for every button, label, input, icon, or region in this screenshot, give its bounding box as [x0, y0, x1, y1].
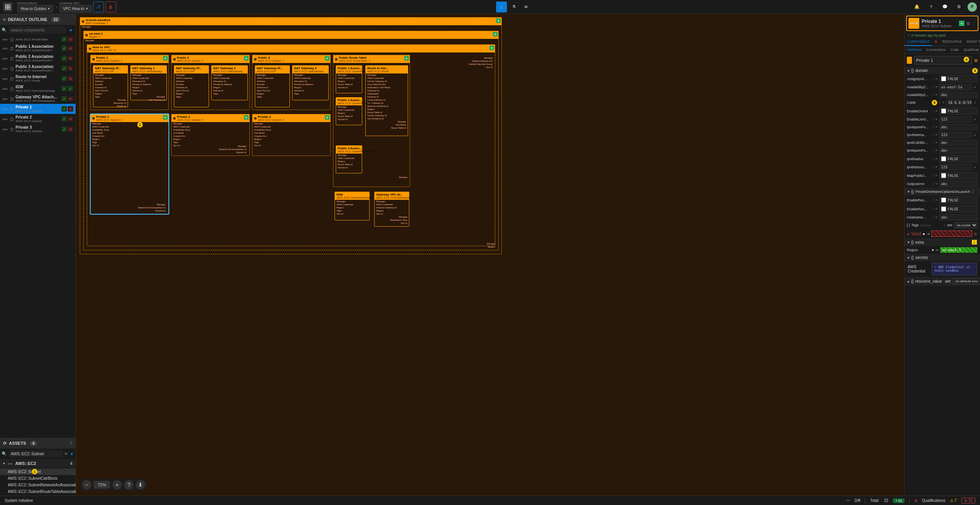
- assets-header[interactable]: ⟳ ASSETS 4 ?: [0, 438, 75, 449]
- outline-item[interactable]: aws◫AWS::EC2::RouteTable✓✕: [0, 35, 75, 43]
- edit-icon[interactable]: 𝙸: [932, 77, 934, 81]
- edit-icon[interactable]: 𝙸: [932, 149, 934, 152]
- canvas[interactable]: ⊞ si-tools-sandboxAWS Credential: 1 + Ma…: [76, 14, 904, 496]
- node-gwattach[interactable]: Gateway VPC At...AWS::EC2::VPCGatewayAtt…: [375, 192, 409, 200]
- merge-icon[interactable]: ⎇: [93, 2, 104, 12]
- outline-item[interactable]: aws◫Public 2 AssociationAWS::EC2::Subnet…: [0, 53, 75, 63]
- edit-icon[interactable]: 𝙸: [932, 125, 934, 129]
- edit-icon[interactable]: 𝙸: [932, 182, 934, 186]
- edit-icon[interactable]: 𝙸: [932, 141, 934, 145]
- view-icon[interactable]: 👁: [521, 2, 532, 12]
- subtab-attributes[interactable]: Attributes: [905, 46, 924, 53]
- asset-item[interactable]: AWS::EC2::SubnetRouteTableAssociation: [0, 488, 75, 495]
- attr-value[interactable]: FALSE: [939, 75, 978, 82]
- diff-icon[interactable]: 〰: [846, 498, 850, 503]
- subtab-qualifications[interactable]: Qualificati: [961, 46, 980, 53]
- outline-item[interactable]: aws◫Private 2AWS::EC2::Subnet✓✕: [0, 114, 75, 124]
- tab-mgmtfns[interactable]: MGMT FNS: [964, 38, 980, 46]
- section-extra[interactable]: ▾ {} extra 𝙸: [905, 238, 980, 246]
- asset-item[interactable]: AWS::EC2::SubnetNetworkAclAssociation: [0, 482, 75, 488]
- asset-item[interactable]: AWS::EC2::Subnet: [0, 468, 75, 475]
- node-p1assoc[interactable]: Public 1 Assoc...AWS::EC2::SubnetRouteTa…: [336, 66, 362, 73]
- add-icon[interactable]: +: [325, 56, 330, 61]
- resource-via-select[interactable]: via attribute func: [953, 278, 980, 284]
- tab-resource[interactable]: RESOURCE: [940, 38, 964, 46]
- changeset-dropdown[interactable]: VPC How-to▾: [60, 5, 91, 12]
- add-icon[interactable]: +: [496, 18, 501, 23]
- add-icon[interactable]: +: [489, 45, 494, 50]
- edit-icon[interactable]: 𝙸: [932, 207, 934, 211]
- attr-value[interactable]: FALSE: [939, 196, 978, 204]
- edit-icon[interactable]: 𝙸: [932, 117, 934, 121]
- attr-value[interactable]: FALSE: [939, 205, 978, 213]
- edit-icon[interactable]: 𝙸: [932, 85, 934, 89]
- outline-item[interactable]: aws◫Private 3AWS::EC2::Subnet✓✕: [0, 124, 75, 134]
- aws-credential-value[interactable]: ~ AWS Credential si-tools-sandbox: [932, 263, 977, 275]
- node-p2assoc[interactable]: Public 2 Assoc...AWS::EC2::SubnetRouteTa…: [336, 98, 362, 105]
- zoom-help-icon[interactable]: ?: [124, 480, 133, 489]
- zoom-out-button[interactable]: −: [82, 480, 91, 489]
- add-icon[interactable]: +: [404, 56, 409, 61]
- checkbox[interactable]: [941, 206, 946, 211]
- delete-changeset-icon[interactable]: 🗑: [105, 2, 116, 12]
- qual-cancel-icon[interactable]: ⊗: [914, 498, 917, 503]
- clear-search-icon[interactable]: ✕: [64, 451, 68, 457]
- attr-value[interactable]: FALSE: [939, 155, 978, 163]
- attr-value[interactable]: abc: [939, 147, 978, 154]
- outline-item[interactable]: aws◫Public 1 AssociationAWS::EC2::Subnet…: [0, 43, 75, 53]
- edit-icon[interactable]: 𝙸: [932, 109, 934, 113]
- node-private2[interactable]: ⊞Private 2AWS::EC2::Subnet: 0: [172, 114, 249, 122]
- asset-item[interactable]: AWS::EC2::SubnetCidrBlock: [0, 475, 75, 482]
- asset-category-header[interactable]: ▾ aws AWS::EC2 4: [0, 459, 75, 468]
- attr-value[interactable]: 123: [939, 132, 972, 138]
- node-public3[interactable]: ⊞Public 3AWS::EC2::Subnet: 2: [252, 55, 330, 63]
- checkbox[interactable]: [941, 173, 946, 178]
- settings-icon[interactable]: ⚙: [954, 2, 964, 12]
- help-icon[interactable]: ?: [926, 2, 936, 12]
- node-natip1[interactable]: NAT Gateway IP...AWS::EC2::EIP: [93, 66, 128, 73]
- add-icon[interactable]: +: [959, 21, 964, 26]
- attr-value[interactable]: abc: [939, 140, 978, 146]
- node-natip2[interactable]: NAT Gateway IP...AWS::EC2::EIP: [174, 66, 209, 73]
- outline-item[interactable]: aws◫Private 1AWS::EC2::Subnet✓✕: [0, 104, 75, 114]
- download-icon[interactable]: ⬇: [136, 480, 145, 489]
- node-public1[interactable]: ⊞Public 1AWS::EC2::Subnet: 2: [91, 55, 168, 63]
- outline-item[interactable]: aws◫IGWAWS::EC2::InternetGateway✓✓: [0, 84, 75, 94]
- attr-value[interactable]: 10.0.0.0/19: [946, 100, 972, 106]
- attr-value[interactable]: us-east-1a: [939, 84, 972, 90]
- node-nat3[interactable]: NAT Gateway 3AWS::EC2::NatGateway: [293, 66, 328, 73]
- attr-value[interactable]: abc: [939, 124, 978, 130]
- attr-value[interactable]: abc: [939, 214, 978, 220]
- diff-button[interactable]: Diff: [855, 498, 861, 503]
- node-private3[interactable]: ⊞Private 3AWS::EC2::Subnet: 0: [252, 114, 330, 122]
- outline-header[interactable]: ≡ DEFAULT OUTLINE 22: [0, 14, 75, 25]
- node-private1[interactable]: ⊞Private 1AWS::EC2::Subnet: 0: [91, 114, 168, 122]
- node-nat1[interactable]: NAT Gateway 1AWS::EC2::NatGateway: [131, 66, 167, 73]
- qualifications-button[interactable]: Qualifications: [922, 498, 945, 503]
- app-logo[interactable]: [3, 2, 12, 12]
- tab-close-icon[interactable]: ⊗: [932, 38, 940, 46]
- zoom-in-button[interactable]: +: [112, 480, 122, 489]
- checkbox[interactable]: [941, 156, 946, 161]
- section-secrets[interactable]: ▾ {} secrets: [905, 254, 980, 261]
- canvas-area[interactable]: ⊞ si-tools-sandboxAWS Credential: 1 + Ma…: [76, 14, 904, 496]
- edit-icon[interactable]: 𝙸: [971, 189, 974, 194]
- attr-value[interactable]: FALSE: [939, 172, 978, 179]
- add-icon[interactable]: +: [244, 56, 249, 61]
- workspace-dropdown[interactable]: How-to Guides▾: [17, 5, 53, 12]
- assets-search-input[interactable]: [9, 450, 63, 458]
- attr-value[interactable]: 123: [939, 116, 972, 122]
- edit-icon[interactable]: 𝙸: [932, 133, 934, 137]
- edit-icon[interactable]: 𝙸: [932, 198, 934, 202]
- vpcid-value[interactable]: [931, 231, 972, 237]
- subtab-connections[interactable]: Connections: [924, 46, 948, 53]
- add-icon[interactable]: +: [244, 115, 249, 120]
- add-icon[interactable]: +: [493, 32, 498, 37]
- outline-item[interactable]: aws◫Public 3 AssociationAWS::EC2::Subnet…: [0, 63, 75, 73]
- filter-icon[interactable]: ▼: [68, 27, 74, 33]
- node-igw[interactable]: IGWAWS::EC2::InternetGatewa...: [335, 192, 369, 200]
- node-vpc[interactable]: ⊞ How to VPCAWS::EC2::VPC: 9: [87, 45, 495, 52]
- filter-icon[interactable]: ▼: [70, 451, 74, 457]
- outline-search-input[interactable]: [9, 26, 66, 34]
- discord-icon[interactable]: 💬: [940, 2, 950, 12]
